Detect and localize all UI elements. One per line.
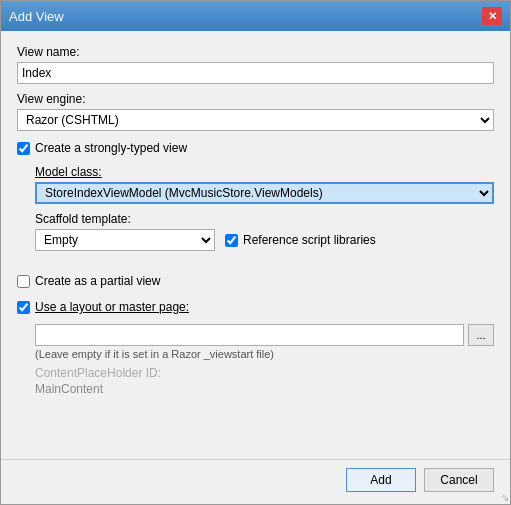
scaffold-row: Empty Create Delete Details Edit List Re… bbox=[35, 229, 494, 251]
content-placeholder-label: ContentPlaceHolder ID: bbox=[35, 366, 494, 380]
model-class-select[interactable]: StoreIndexViewModel (MvcMusicStore.ViewM… bbox=[35, 182, 494, 204]
layout-input-row: ... bbox=[35, 324, 494, 346]
layout-checkbox[interactable] bbox=[17, 301, 30, 314]
partial-view-checkbox[interactable] bbox=[17, 275, 30, 288]
layout-input-group: ... (Leave empty if it is set in a Razor… bbox=[35, 324, 494, 396]
add-view-dialog: Add View ✕ View name: View engine: Razor… bbox=[0, 0, 511, 505]
scaffold-template-select[interactable]: Empty Create Delete Details Edit List bbox=[35, 229, 215, 251]
partial-view-row: Create as a partial view bbox=[17, 274, 494, 288]
dialog-footer: Add Cancel bbox=[1, 459, 510, 504]
cancel-button[interactable]: Cancel bbox=[424, 468, 494, 492]
strongly-typed-label: Create a strongly-typed view bbox=[35, 141, 187, 155]
title-bar: Add View ✕ bbox=[1, 1, 510, 31]
separator1 bbox=[17, 261, 494, 262]
dialog-title: Add View bbox=[9, 9, 64, 24]
close-button[interactable]: ✕ bbox=[482, 7, 502, 25]
layout-hint: (Leave empty if it is set in a Razor _vi… bbox=[35, 348, 494, 360]
layout-input[interactable] bbox=[35, 324, 464, 346]
resize-handle[interactable]: ⇘ bbox=[501, 492, 509, 503]
strongly-typed-row: Create a strongly-typed view bbox=[17, 141, 494, 155]
model-class-group: Model class: StoreIndexViewModel (MvcMus… bbox=[35, 165, 494, 251]
model-class-label: Model class: bbox=[35, 165, 494, 179]
dialog-body: View name: View engine: Razor (CSHTML) A… bbox=[1, 31, 510, 459]
view-engine-group: View engine: Razor (CSHTML) ASPX bbox=[17, 92, 494, 131]
ref-script-label: Reference script libraries bbox=[243, 233, 376, 247]
browse-button[interactable]: ... bbox=[468, 324, 494, 346]
view-name-input[interactable] bbox=[17, 62, 494, 84]
content-placeholder-value: MainContent bbox=[35, 382, 494, 396]
scaffold-template-group: Scaffold template: Empty Create Delete D… bbox=[35, 212, 494, 251]
model-class-wrapper: StoreIndexViewModel (MvcMusicStore.ViewM… bbox=[35, 182, 494, 204]
view-name-group: View name: bbox=[17, 45, 494, 84]
layout-label: Use a layout or master page: bbox=[35, 300, 189, 314]
content-placeholder-group: ContentPlaceHolder ID: MainContent bbox=[35, 366, 494, 396]
scaffold-template-label: Scaffold template: bbox=[35, 212, 494, 226]
partial-view-label: Create as a partial view bbox=[35, 274, 160, 288]
ref-script-checkbox[interactable] bbox=[225, 234, 238, 247]
view-engine-label: View engine: bbox=[17, 92, 494, 106]
layout-row: Use a layout or master page: bbox=[17, 300, 494, 314]
ref-script-row: Reference script libraries bbox=[225, 233, 376, 247]
strongly-typed-checkbox[interactable] bbox=[17, 142, 30, 155]
view-engine-select[interactable]: Razor (CSHTML) ASPX bbox=[17, 109, 494, 131]
view-name-label: View name: bbox=[17, 45, 494, 59]
add-button[interactable]: Add bbox=[346, 468, 416, 492]
